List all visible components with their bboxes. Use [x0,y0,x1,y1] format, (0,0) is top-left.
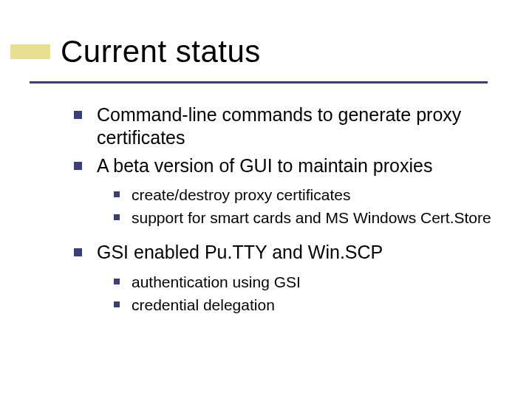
square-bullet-icon [114,191,120,197]
square-bullet-icon [114,279,120,284]
bullet-text: A beta version of GUI to maintain proxie… [97,154,432,177]
square-bullet-icon [114,301,120,307]
square-bullet-icon [114,214,120,220]
bullet-text: GSI enabled Pu.TTY and Win.SCP [97,241,383,264]
bullet-level1: Command-line commands to generate proxy … [74,103,495,150]
bullet-text: credential delegation [132,295,275,315]
title-accent-box [10,44,50,59]
slide-body: Command-line commands to generate proxy … [74,103,495,328]
bullet-text: support for smart cards and MS Windows C… [132,208,491,228]
slide: Current status Command-line commands to … [0,0,532,399]
square-bullet-icon [74,162,82,170]
bullet-level2: authentication using GSI [114,272,495,292]
bullet-text: Command-line commands to generate proxy … [97,103,495,150]
bullet-level2: support for smart cards and MS Windows C… [114,208,495,228]
bullet-level2: create/destroy proxy certificates [114,185,495,205]
bullet-text: create/destroy proxy certificates [132,185,350,205]
bullet-level1: GSI enabled Pu.TTY and Win.SCP [74,241,495,264]
sub-bullet-group: authentication using GSI credential dele… [114,272,495,316]
bullet-level2: credential delegation [114,295,495,315]
bullet-level1: A beta version of GUI to maintain proxie… [74,154,495,177]
bullet-text: authentication using GSI [132,272,301,292]
square-bullet-icon [74,111,82,119]
slide-title: Current status [61,34,261,69]
sub-bullet-group: create/destroy proxy certificates suppor… [114,185,495,228]
square-bullet-icon [74,248,82,256]
title-underline [30,81,488,83]
